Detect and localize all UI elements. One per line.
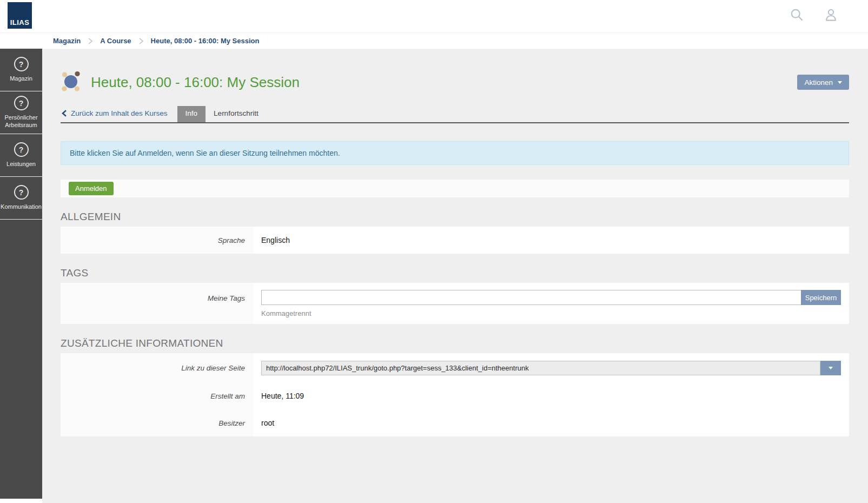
logo-text: ILIAS [10,18,30,27]
sidebar: ? Magazin ? Persönlicher Arbeitsraum ? L… [0,49,42,499]
sidebar-item-label: Kommunikation [1,203,42,211]
sidebar-item-leistungen[interactable]: ? Leistungen [0,134,42,177]
field-label: Erstellt am [61,382,253,409]
field-value: Heute, 11:09 [253,382,849,409]
user-menu-icon[interactable] [824,8,838,22]
form-row-sprache: Sprache Englisch [61,227,849,254]
section-heading-allgemein: ALLGEMEIN [61,211,849,223]
field-value: root [253,409,849,436]
tags-input[interactable] [261,290,801,305]
sidebar-item-persoenlicher-arbeitsraum[interactable]: ? Persönlicher Arbeitsraum [0,91,42,134]
sidebar-item-kommunikation[interactable]: ? Kommunikation [0,177,42,220]
form-row-link: Link zu dieser Seite [61,353,849,382]
aktionen-button[interactable]: Aktionen [797,75,849,90]
link-field [253,353,849,382]
form-row-erstellt-am: Erstellt am Heute, 11:09 [61,382,849,409]
title-bar: Heute, 08:00 - 16:00: My Session Aktione… [61,70,849,94]
field-label: Sprache [61,227,253,254]
main-content: Heute, 08:00 - 16:00: My Session Aktione… [42,49,868,503]
search-icon[interactable] [790,8,804,22]
page-title: Heute, 08:00 - 16:00: My Session [91,74,797,91]
section-heading-zusatz: ZUSÄTZLICHE INFORMATIONEN [61,337,849,349]
chevron-right-icon [139,38,143,44]
back-link-label: Zurück zum Inhalt des Kurses [71,109,168,117]
sidebar-item-label: Leistungen [6,161,36,168]
field-label: Besitzer [61,409,253,436]
ilias-logo[interactable]: ILIAS [8,2,32,29]
form-row-meine-tags: Meine Tags Speichern Kommagetrennt [61,283,849,324]
permalink-dropdown-button[interactable] [820,361,841,375]
register-row: Anmelden [61,180,849,197]
sidebar-item-label: Persönlicher Arbeitsraum [1,114,41,129]
breadcrumb-course[interactable]: A Course [100,37,131,45]
tab-lernfortschritt[interactable]: Lernfortschritt [206,106,267,122]
chevron-right-icon [88,38,92,44]
field-label: Link zu dieser Seite [61,353,253,382]
tags-hint: Kommagetrennt [261,309,841,317]
permalink-input[interactable] [261,361,820,375]
question-circle-icon: ? [14,57,29,71]
sidebar-item-magazin[interactable]: ? Magazin [0,49,42,91]
caret-down-icon [838,81,842,84]
question-circle-icon: ? [14,185,29,200]
zusatz-block: Link zu dieser Seite Erstellt am Heute, … [61,353,849,436]
field-value: Englisch [253,227,849,254]
caret-down-icon [829,367,833,369]
form-row-besitzer: Besitzer root [61,409,849,436]
section-heading-tags: TAGS [61,267,849,279]
breadcrumb-magazin[interactable]: Magazin [53,37,81,45]
chevron-left-icon [62,110,67,117]
anmelden-button[interactable]: Anmelden [69,182,114,195]
field-label: Meine Tags [61,283,253,324]
back-to-course-link[interactable]: Zurück zum Inhalt des Kurses [61,106,169,122]
tags-input-group: Speichern [261,290,841,305]
tab-info[interactable]: Info [177,106,206,122]
header-icons [790,8,838,22]
breadcrumb-session[interactable]: Heute, 08:00 - 16:00: My Session [151,37,260,45]
tab-bar: Zurück zum Inhalt des Kurses Info Lernfo… [61,106,849,123]
info-message: Bitte klicken Sie auf Anmelden, wenn Sie… [61,141,849,165]
sidebar-item-label: Magazin [10,75,32,83]
tags-field: Speichern Kommagetrennt [253,283,849,324]
breadcrumb: Magazin A Course Heute, 08:00 - 16:00: M… [0,32,868,49]
question-circle-icon: ? [14,96,29,110]
question-circle-icon: ? [14,142,29,157]
speichern-button[interactable]: Speichern [801,290,841,305]
session-icon [61,70,82,94]
aktionen-label: Aktionen [804,78,833,87]
ilias-app: ILIAS Magazin A Course Heute, 08 [0,0,868,503]
top-header: ILIAS [0,0,868,32]
